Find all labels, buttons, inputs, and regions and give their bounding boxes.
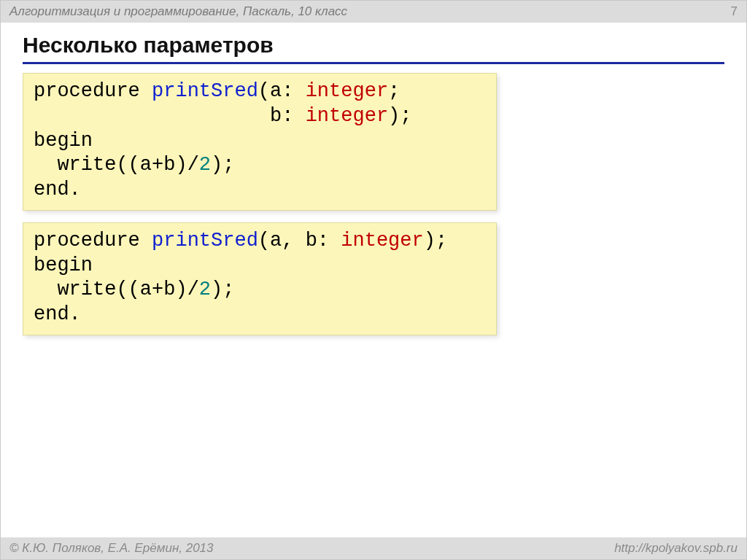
course-title: Алгоритмизация и программирование, Паска… <box>9 4 347 19</box>
slide-title: Несколько параметров <box>23 33 724 64</box>
code-token: printSred <box>152 80 258 102</box>
bottom-bar: © К.Ю. Поляков, Е.А. Ерёмин, 2013 http:/… <box>1 537 746 559</box>
top-bar: Алгоритмизация и программирование, Паска… <box>1 1 746 23</box>
slide-content: Несколько параметров procedure printSred… <box>1 23 746 537</box>
code-block-2: procedure printSred(a, b: integer); begi… <box>23 222 497 335</box>
code-token: 2 <box>199 154 211 176</box>
footer-url: http://kpolyakov.spb.ru <box>614 541 738 556</box>
page-number: 7 <box>731 4 738 19</box>
code-token: 2 <box>199 279 211 300</box>
footer-copyright: © К.Ю. Поляков, Е.А. Ерёмин, 2013 <box>9 541 214 556</box>
code-token: integer <box>306 80 388 102</box>
code-token: printSred <box>152 230 258 252</box>
code-token: integer <box>306 105 388 127</box>
slide: Алгоритмизация и программирование, Паска… <box>0 0 747 560</box>
code-token: integer <box>341 230 423 252</box>
code-block-1: procedure printSred(a: integer; b: integ… <box>23 73 497 211</box>
